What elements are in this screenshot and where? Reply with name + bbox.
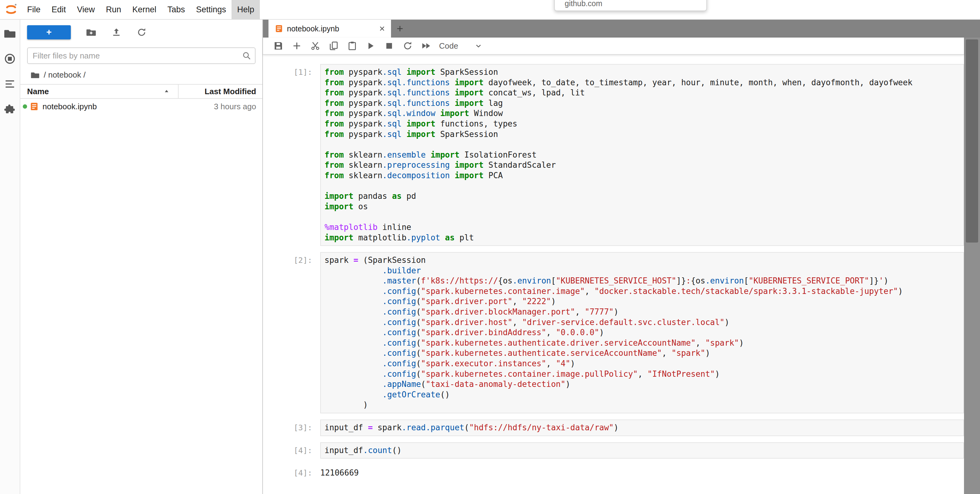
file-row[interactable]: notebook.ipynb3 hours ago xyxy=(20,99,262,114)
code-line: .config("spark.driver.port", "2222") xyxy=(325,296,960,307)
code-line: .config("spark.executor.instances", "4") xyxy=(325,359,960,369)
tab-title: notebook.ipynb xyxy=(287,24,374,33)
restart-button[interactable] xyxy=(403,41,412,51)
new-tab-button[interactable] xyxy=(391,20,409,38)
cell-editor[interactable]: input_df = spark.read.parquet("hdfs://hd… xyxy=(320,419,964,436)
insert-cell-button[interactable] xyxy=(292,41,302,51)
cell-editor[interactable]: from pyspark.sql import SparkSessionfrom… xyxy=(320,64,964,246)
fast-forward-button[interactable] xyxy=(421,41,431,51)
stop-button[interactable] xyxy=(384,41,394,51)
code-line: import os xyxy=(325,202,960,212)
file-listing-header: Name Last Modified xyxy=(20,84,262,99)
column-header-modified[interactable]: Last Modified xyxy=(178,85,262,98)
folder-icon[interactable] xyxy=(31,71,40,79)
jupyterlab-window: FileEditViewRunKernelTabsSettingsHelp gi… xyxy=(0,0,980,494)
folder-icon[interactable] xyxy=(4,28,16,40)
paste-button[interactable] xyxy=(347,41,357,51)
notebook-cell[interactable]: [4]:input_df.count() xyxy=(263,442,964,459)
new-launcher-button[interactable]: + xyxy=(27,25,71,40)
cut-button[interactable] xyxy=(310,41,320,51)
cell-input-prompt: [1]: xyxy=(263,64,320,246)
notebook-icon xyxy=(275,24,283,33)
code-line: from pyspark.sql import SparkSession xyxy=(325,67,960,78)
run-button[interactable] xyxy=(366,41,375,51)
menu-item-run[interactable]: Run xyxy=(100,0,127,19)
new-folder-button[interactable] xyxy=(86,27,96,37)
notebook-cell[interactable]: [3]:input_df = spark.read.parquet("hdfs:… xyxy=(263,419,964,436)
notebook-scrollbar[interactable] xyxy=(964,38,980,494)
breadcrumb-path: / notebook / xyxy=(44,70,86,80)
code-line: import pandas as pd xyxy=(325,191,960,202)
menu-item-file[interactable]: File xyxy=(22,0,46,19)
cell-output-text: 12106669 xyxy=(320,465,359,478)
code-line: from pyspark.sql import functions, types xyxy=(325,119,960,129)
cell-editor[interactable]: spark = (SparkSession .builder .master(f… xyxy=(320,252,964,413)
code-line: from pyspark.sql.window import Window xyxy=(325,108,960,119)
code-line: .config("spark.kubernetes.authenticate.d… xyxy=(325,338,960,348)
insert-cell-icon xyxy=(292,41,302,51)
file-filter-input[interactable] xyxy=(27,48,256,64)
code-line: .getOrCreate() xyxy=(325,390,960,400)
cell-output: [4]:12106669 xyxy=(263,465,964,478)
breadcrumb[interactable]: / notebook / xyxy=(20,67,262,84)
code-line: ) xyxy=(325,400,960,410)
code-line xyxy=(325,140,960,150)
tab-bar: notebook.ipynb xyxy=(263,20,980,38)
code-line: .config("spark.kubernetes.authenticate.s… xyxy=(325,348,960,359)
code-line xyxy=(325,181,960,191)
chevron-down-icon xyxy=(474,41,483,50)
extensions-icon[interactable] xyxy=(4,103,16,115)
link-popup: github.com xyxy=(554,0,707,11)
cell-output-prompt: [4]: xyxy=(263,465,320,478)
file-modified: 3 hours ago xyxy=(214,102,256,111)
save-button[interactable] xyxy=(274,41,283,51)
restart-icon xyxy=(403,41,412,51)
upload-button[interactable] xyxy=(111,27,121,37)
refresh-button[interactable] xyxy=(137,27,146,37)
cell-editor[interactable]: input_df.count() xyxy=(320,442,964,459)
code-line: .config("spark.kubernetes.container.imag… xyxy=(325,286,960,297)
menu-item-view[interactable]: View xyxy=(72,0,100,19)
menu-item-settings[interactable]: Settings xyxy=(191,0,232,19)
code-line xyxy=(325,212,960,222)
copy-button[interactable] xyxy=(329,41,339,51)
code-line: from pyspark.sql import SparkSession xyxy=(325,129,960,140)
code-line: from pyspark.sql.functions import concat… xyxy=(325,88,960,98)
menu-item-help[interactable]: Help xyxy=(232,0,260,19)
notebook-cell[interactable]: [2]:spark = (SparkSession .builder .mast… xyxy=(263,252,964,413)
column-header-name[interactable]: Name xyxy=(20,85,178,98)
cell-type-dropdown[interactable]: Code xyxy=(439,41,483,51)
code-line: from sklearn.preprocessing import Standa… xyxy=(325,160,960,170)
menu-item-kernel[interactable]: Kernel xyxy=(127,0,162,19)
tab-notebook[interactable]: notebook.ipynb xyxy=(269,20,391,38)
activity-bar xyxy=(0,20,20,494)
column-header-name-label: Name xyxy=(27,87,49,96)
notebook-dock: Code [1]:from pyspark.sql import SparkSe… xyxy=(263,38,980,494)
fast-forward-icon xyxy=(421,41,431,51)
jupyter-logo-icon xyxy=(4,3,18,16)
code-line: spark = (SparkSession xyxy=(325,255,960,265)
code-line: import matplotlib.pyplot as plt xyxy=(325,233,960,243)
file-browser-panel: + / notebook / Name Last Modified notebo… xyxy=(20,20,263,494)
menu-item-edit[interactable]: Edit xyxy=(46,0,72,19)
close-icon[interactable] xyxy=(378,25,386,33)
table-of-contents-icon[interactable] xyxy=(4,78,16,90)
notebook-toolbar: Code xyxy=(263,38,964,55)
file-list: notebook.ipynb3 hours ago xyxy=(20,99,262,494)
notebook-cell[interactable]: [1]:from pyspark.sql import SparkSession… xyxy=(263,64,964,246)
menu-item-tabs[interactable]: Tabs xyxy=(162,0,191,19)
menu-bar: FileEditViewRunKernelTabsSettingsHelp xyxy=(0,0,980,20)
save-icon xyxy=(274,41,283,51)
code-line: input_df.count() xyxy=(325,445,960,456)
cell-input-prompt: [4]: xyxy=(263,442,320,459)
running-kernels-icon[interactable] xyxy=(4,53,16,65)
search-icon xyxy=(242,51,251,60)
workspace: + / notebook / Name Last Modified notebo… xyxy=(0,20,980,494)
code-line: from pyspark.sql.functions import lag xyxy=(325,98,960,109)
scrollbar-thumb[interactable] xyxy=(966,40,978,243)
code-line: .config("spark.driver.host", "driver-ser… xyxy=(325,317,960,328)
sort-ascending-icon xyxy=(164,89,169,94)
cell-type-value: Code xyxy=(439,41,458,51)
code-line: .builder xyxy=(325,265,960,276)
code-line: %matplotlib inline xyxy=(325,222,960,233)
